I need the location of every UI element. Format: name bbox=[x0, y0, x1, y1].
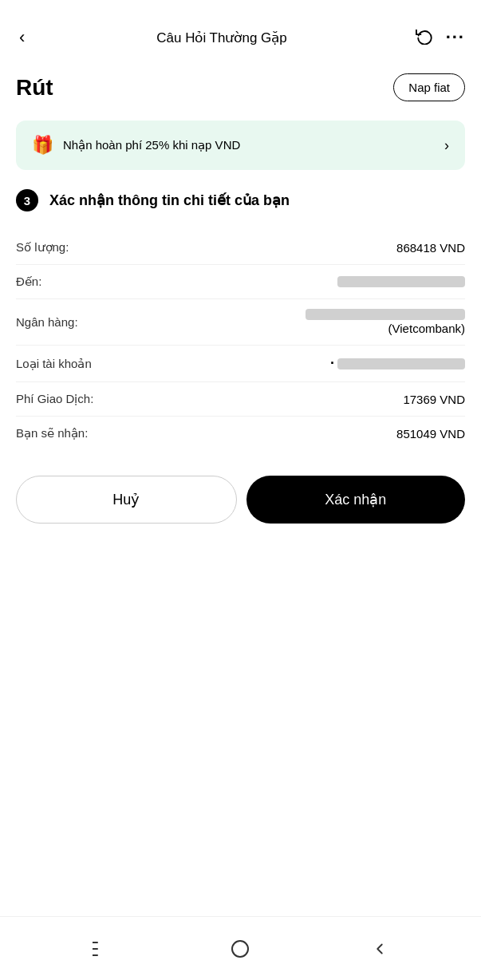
ban-se-nhan-label: Bạn sẽ nhận: bbox=[16, 426, 88, 441]
confirm-button[interactable]: Xác nhận bbox=[246, 476, 466, 524]
phi-giao-dich-row: Phí Giao Dịch: 17369 VND bbox=[16, 382, 465, 417]
ngan-hang-bank-name: (Vietcombank) bbox=[388, 322, 465, 335]
confirm-section: 3 Xác nhận thông tin chi tiết của bạn Số… bbox=[0, 189, 481, 450]
nav-title: Câu Hỏi Thường Gặp bbox=[156, 30, 287, 46]
loai-tai-khoan-value: · bbox=[330, 355, 465, 372]
svg-point-5 bbox=[232, 941, 248, 957]
den-blur bbox=[337, 276, 465, 287]
nap-fiat-button[interactable]: Nap fiat bbox=[393, 73, 465, 101]
den-row: Đến: bbox=[16, 265, 465, 299]
promo-text: Nhận hoàn phí 25% khi nạp VND bbox=[63, 138, 240, 152]
history-icon[interactable] bbox=[416, 27, 433, 49]
cancel-button[interactable]: Huỷ bbox=[16, 476, 237, 524]
so-luong-value: 868418 VND bbox=[396, 241, 465, 255]
promo-content: 🎁 Nhận hoàn phí 25% khi nạp VND bbox=[32, 135, 240, 156]
bottom-nav-bar bbox=[0, 916, 481, 980]
phi-giao-dich-label: Phí Giao Dịch: bbox=[16, 392, 93, 406]
phi-giao-dich-value: 17369 VND bbox=[403, 393, 465, 406]
loai-tai-khoan-label: Loại tài khoản bbox=[16, 357, 92, 371]
den-label: Đến: bbox=[16, 275, 41, 289]
nav-actions: ··· bbox=[416, 27, 465, 49]
gift-icon: 🎁 bbox=[32, 135, 53, 156]
step-badge: 3 bbox=[16, 189, 38, 211]
page-header: Rút Nap fiat bbox=[0, 64, 481, 114]
top-nav: ‹ Câu Hỏi Thường Gặp ··· bbox=[0, 0, 481, 64]
home-circle-icon[interactable] bbox=[231, 939, 250, 958]
ngan-hang-value: (Vietcombank) bbox=[306, 309, 465, 335]
ban-se-nhan-row: Bạn sẽ nhận: 851049 VND bbox=[16, 417, 465, 450]
so-luong-label: Số lượng: bbox=[16, 240, 69, 255]
promo-banner[interactable]: 🎁 Nhận hoàn phí 25% khi nạp VND › bbox=[16, 121, 465, 170]
back-button[interactable]: ‹ bbox=[16, 24, 28, 51]
section-header: 3 Xác nhận thông tin chi tiết của bạn bbox=[16, 189, 465, 211]
section-title: Xác nhận thông tin chi tiết của bạn bbox=[49, 192, 290, 209]
promo-arrow-icon: › bbox=[444, 137, 449, 154]
den-value bbox=[337, 276, 465, 287]
ngan-hang-row: Ngân hàng: (Vietcombank) bbox=[16, 299, 465, 346]
loai-tai-khoan-row: Loại tài khoản · bbox=[16, 346, 465, 382]
ngan-hang-label: Ngân hàng: bbox=[16, 315, 78, 329]
button-row: Huỷ Xác nhận bbox=[0, 456, 481, 543]
menu-icon[interactable] bbox=[93, 942, 110, 956]
ngan-hang-blur bbox=[306, 309, 465, 320]
more-icon[interactable]: ··· bbox=[446, 27, 465, 48]
loai-tai-khoan-blur bbox=[337, 358, 465, 369]
page-title: Rút bbox=[16, 75, 53, 101]
ban-se-nhan-value: 851049 VND bbox=[396, 427, 465, 441]
so-luong-row: Số lượng: 868418 VND bbox=[16, 231, 465, 265]
back-nav-icon[interactable] bbox=[371, 940, 388, 958]
